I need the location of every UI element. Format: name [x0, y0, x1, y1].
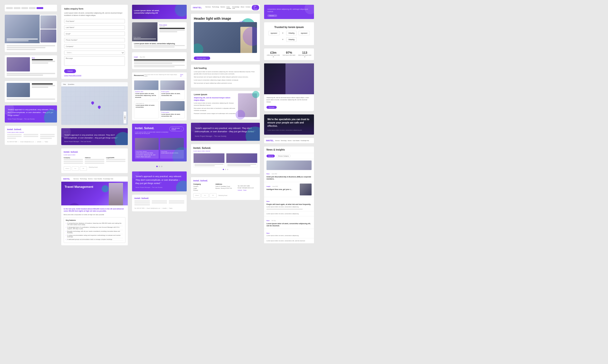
filter-view-by[interactable]: View by: [266, 155, 275, 157]
arrow-icon: ›: [207, 57, 207, 59]
blog-link[interactable]: Legal: [193, 188, 213, 189]
linkedin-link-footer[interactable]: LinkedIn: [238, 189, 242, 191]
stats-panel: £3m million lorem ipsum dolor sit 97% lo…: [264, 48, 314, 60]
footer-awards: ★ Award Cert ISO Marketing Award: [193, 193, 258, 197]
first-name-input[interactable]: [64, 19, 125, 23]
footer-link[interactable]: Twitter: [45, 141, 48, 143]
insight-tag: Insight: [134, 56, 138, 58]
nav-case-studies[interactable]: Case Studies: [94, 178, 102, 180]
nav-hub[interactable]: Knowledge Hub: [232, 6, 239, 9]
message-textarea[interactable]: [64, 56, 125, 66]
contact-tel[interactable]: Tel: 0344 647 5050: [134, 208, 145, 209]
resources-description: Lorem ipsum dolor sit amet. Adipiscing e…: [144, 74, 180, 77]
c5-nav-services[interactable]: Services: [275, 140, 280, 141]
form-link[interactable]: Lorem ipsum dolor sit amet: [64, 75, 125, 76]
nav-technology[interactable]: Technology: [80, 178, 87, 180]
view-case-studies-button[interactable]: View all case studies ›: [169, 127, 184, 131]
who-body: Adipiscing elit, sed do eiusmod tempor d…: [266, 97, 311, 103]
company-input[interactable]: [64, 44, 125, 48]
main-canvas: News: [0, 0, 608, 364]
sub-heading-body-1: Lorem ipsum dolor sit amet consectetur a…: [194, 71, 257, 75]
footer-link[interactable]: Tel: 0344 647 5050: [7, 141, 17, 143]
page-dot[interactable]: [227, 169, 228, 170]
ni-title-1: Inntel join Neurodiversity in Business (…: [266, 176, 311, 180]
quote-panel-col1: "Inntel's approach is very practical, ve…: [5, 105, 57, 123]
resource-type-2: Product guides: [161, 91, 184, 92]
solved-pagination: [193, 169, 258, 170]
logo-npower-2: npower: [298, 31, 310, 35]
view-all-link[interactable]: View all: [180, 74, 185, 77]
c5-nav-hub[interactable]: Knowledge Hub: [301, 140, 309, 141]
careers-link[interactable]: Careers: [193, 186, 213, 187]
news-card-2: [5, 81, 57, 102]
nav-hub[interactable]: Knowledge Hub: [103, 178, 113, 180]
stat-label-1: million lorem ipsum dolor sit: [266, 54, 280, 58]
sub-heading-panel: Sub heading Lorem ipsum dolor sit amet c…: [191, 65, 260, 88]
footer-col-legal: Legal/GDPR: [106, 157, 125, 158]
twitter-link-footer[interactable]: Twitter: [243, 189, 247, 191]
nav-sectors[interactable]: Sectors: [88, 178, 93, 180]
nav-services[interactable]: Services: [206, 6, 211, 9]
travel-purple-text: In the last year, Inntel booked almost 6…: [64, 208, 125, 212]
c5-cta-button[interactable]: Discover ›: [267, 14, 277, 17]
solved-title: Inntel. Solved.: [135, 127, 169, 130]
contact-email[interactable]: Email: hello@inntel.co.uk: [147, 208, 160, 209]
teal-circle-decoration: [102, 185, 109, 192]
person-image-col4: [238, 93, 257, 117]
nav-case-studies[interactable]: Case Studies: [226, 6, 231, 9]
c5-brand: INNTEL: [266, 139, 274, 142]
email-input[interactable]: [64, 32, 125, 36]
sc-line: [227, 165, 251, 166]
page-dot[interactable]: [225, 169, 226, 170]
privacy-link[interactable]: Privacy: [193, 189, 213, 191]
stat-label-2: lorem ipsum dolor iqular: [282, 54, 296, 56]
filter-category[interactable]: Choose Category: [276, 155, 291, 157]
nav-item: [21, 7, 28, 9]
footer-company-col: Company Careers Legal Privacy: [193, 183, 213, 191]
features-title: Key features: [66, 219, 123, 221]
header-discover-button[interactable]: Discover more ›: [194, 56, 210, 60]
tel-footer[interactable]: Tel: 0344 847 0280: [238, 185, 258, 187]
resource-image-1: [134, 80, 158, 90]
c5-nav-sectors[interactable]: Sectors: [288, 140, 292, 141]
c5-cta-label: Discover: [269, 15, 274, 16]
message-select[interactable]: Select...: [64, 51, 125, 55]
nav-contact[interactable]: Contact: [246, 6, 251, 9]
nav-technology[interactable]: Technology: [212, 6, 219, 9]
stat-number-3: 113: [298, 51, 311, 54]
resource-card-2: Product guides Lorem ipsum dolor sit ame…: [160, 80, 185, 100]
travel-brand: INNTEL: [63, 178, 70, 180]
nav-about[interactable]: About: [241, 6, 244, 9]
footer-link[interactable]: Email: hello@inntel.co.uk: [20, 141, 34, 143]
footer-link[interactable]: LinkedIn: [37, 141, 41, 143]
last-name-input[interactable]: [64, 26, 125, 30]
c5-nav-case-studies[interactable]: Case Studies: [293, 140, 300, 141]
nav-cta-button[interactable]: Get in touch: [252, 5, 259, 10]
contact-twitter[interactable]: Twitter: [169, 208, 173, 209]
nav-services[interactable]: Services: [73, 178, 79, 180]
news-insights-title: News & insights: [266, 148, 311, 151]
header-discover-label: Discover more: [197, 57, 206, 59]
resource-title-3: Lorem ipsum dolor sit amet, consectetur.: [136, 104, 157, 108]
col1-nav: [5, 5, 57, 11]
c5-inntel-nav: INNTEL Services Technology Sectors Case …: [264, 138, 314, 143]
ni-tag-3: News: [266, 201, 270, 202]
submit-button[interactable]: Submit: [64, 69, 76, 73]
dot-2[interactable]: [161, 166, 162, 167]
nav-sectors[interactable]: Sectors: [220, 6, 225, 9]
resource-type-1: Explainer video: [135, 91, 157, 92]
phone-input[interactable]: [64, 38, 125, 42]
news-headline-c3: Lorem ipsum dolor sit amet, consectetur …: [134, 43, 185, 44]
purple-half-circle: [68, 203, 80, 205]
contact-linkedin[interactable]: LinkedIn: [162, 208, 167, 209]
email-footer[interactable]: Email: hello@inntel.co.uk: [238, 187, 258, 189]
dot-1[interactable]: [159, 166, 160, 167]
footer-brand-col4: Inntel. Solved.: [193, 180, 258, 182]
discover-button[interactable]: Discover: [266, 106, 277, 109]
header-light-image: [194, 22, 257, 53]
c5-nav-links: Services Technology Sectors Case Studies…: [275, 140, 309, 141]
dot-active[interactable]: [156, 166, 158, 167]
nav-cta[interactable]: [37, 7, 43, 9]
page-dot-active[interactable]: [223, 169, 224, 170]
c5-nav-technology[interactable]: Technology: [281, 140, 287, 141]
